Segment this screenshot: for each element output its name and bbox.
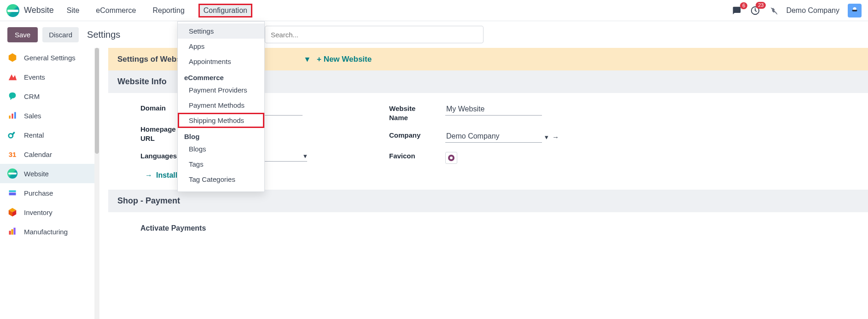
- website-dropdown-caret[interactable]: ▾: [305, 54, 309, 64]
- sidebar-item-label: Manufacturing: [24, 228, 68, 236]
- sales-icon: [7, 110, 17, 121]
- dropdown-item-tag-categories[interactable]: Tag Categories: [178, 172, 264, 187]
- sidebar-item-label: Purchase: [24, 189, 53, 197]
- nav-configuration[interactable]: Configuration: [198, 4, 252, 17]
- purchase-icon: [7, 188, 17, 198]
- app-logo-icon[interactable]: [6, 4, 19, 17]
- gear-hex-icon: [7, 52, 17, 63]
- svg-rect-2: [852, 10, 857, 12]
- dropdown-item-tags[interactable]: Tags: [178, 157, 264, 172]
- sidebar-item-label: Sales: [24, 112, 41, 120]
- svg-rect-14: [9, 231, 11, 234]
- sidebar-item-label: Inventory: [24, 209, 52, 216]
- languages-dropdown[interactable]: ▾: [303, 152, 307, 160]
- top-navbar: Website Site eCommerce Reporting Configu…: [0, 0, 868, 21]
- sidebar-item-manufacturing[interactable]: Manufacturing: [0, 222, 94, 241]
- activate-payments-heading: Activate Payments: [140, 224, 836, 232]
- sidebar-item-label: Events: [24, 73, 45, 81]
- discard-button[interactable]: Discard: [42, 27, 79, 42]
- dropdown-header-blog: Blog: [178, 128, 264, 141]
- nav-ecommerce[interactable]: eCommerce: [93, 5, 139, 17]
- arrow-right-icon: →: [145, 171, 152, 180]
- wrench-icon: [769, 6, 778, 15]
- sidebar-item-label: General Settings: [24, 54, 76, 62]
- nav-site[interactable]: Site: [64, 5, 82, 17]
- sidebar-item-label: CRM: [24, 93, 40, 100]
- sidebar-scrollbar[interactable]: [94, 48, 99, 319]
- sidebar-item-purchase[interactable]: Purchase: [0, 183, 94, 203]
- inventory-icon: [7, 207, 17, 217]
- favicon-preview[interactable]: [445, 152, 457, 164]
- label-website-name: Website Name: [389, 104, 435, 122]
- sidebar-item-rental[interactable]: Rental: [0, 125, 94, 145]
- company-selector[interactable]: Demo Company: [786, 6, 839, 15]
- calendar-icon: 31: [7, 149, 17, 159]
- svg-rect-16: [14, 228, 16, 235]
- dropdown-item-blogs[interactable]: Blogs: [178, 141, 264, 157]
- svg-rect-15: [12, 229, 13, 235]
- dropdown-item-apps[interactable]: Apps: [178, 39, 264, 54]
- new-website-button[interactable]: + New Website: [317, 55, 372, 64]
- action-bar: Save Discard Settings: [0, 21, 868, 48]
- configuration-dropdown: Settings Apps Appointments eCommerce Pay…: [177, 21, 265, 192]
- banner-label: Settings of Websit: [117, 55, 186, 64]
- sidebar-item-general-settings[interactable]: General Settings: [0, 48, 94, 67]
- label-company: Company: [389, 131, 435, 139]
- events-icon: [7, 72, 17, 82]
- activities-button[interactable]: 23: [750, 6, 760, 16]
- sidebar-item-label: Website: [24, 170, 49, 178]
- nav-reporting[interactable]: Reporting: [150, 5, 187, 17]
- dropdown-item-shipping-methods[interactable]: Shipping Methods: [178, 113, 264, 128]
- avatar-icon: [850, 6, 860, 16]
- activities-badge: 23: [756, 2, 766, 9]
- svg-marker-3: [9, 53, 17, 62]
- dropdown-item-payment-methods[interactable]: Payment Methods: [178, 98, 264, 113]
- svg-rect-5: [12, 114, 13, 119]
- sidebar-item-label: Calendar: [24, 151, 52, 158]
- settings-sidebar: General Settings Events CRM Sales Rental…: [0, 48, 94, 319]
- sidebar-item-events[interactable]: Events: [0, 67, 94, 87]
- sidebar-item-crm[interactable]: CRM: [0, 87, 94, 106]
- save-button[interactable]: Save: [7, 27, 38, 42]
- input-company[interactable]: Demo Company: [445, 131, 542, 143]
- page-title: Settings: [87, 29, 120, 40]
- dropdown-item-settings[interactable]: Settings: [178, 23, 264, 39]
- input-website-name[interactable]: [445, 104, 542, 116]
- company-dropdown-caret[interactable]: ▾: [545, 133, 548, 141]
- sidebar-item-label: Rental: [24, 131, 44, 139]
- messages-badge: 6: [740, 2, 747, 9]
- section-shop-payment: Shop - Payment: [108, 190, 868, 212]
- label-favicon: Favicon: [389, 152, 435, 160]
- svg-rect-10: [9, 192, 16, 195]
- sidebar-item-calendar[interactable]: 31 Calendar: [0, 145, 94, 164]
- crm-icon: [7, 91, 17, 101]
- app-title[interactable]: Website: [24, 6, 54, 15]
- rental-icon: [7, 130, 17, 140]
- search-input[interactable]: [265, 26, 484, 43]
- sidebar-item-inventory[interactable]: Inventory: [0, 203, 94, 222]
- user-avatar[interactable]: [848, 4, 862, 17]
- messages-button[interactable]: 6: [732, 6, 742, 15]
- svg-rect-9: [9, 191, 16, 192]
- website-icon: [7, 168, 17, 179]
- company-external-link[interactable]: →: [552, 133, 559, 141]
- dropdown-item-payment-providers[interactable]: Payment Providers: [178, 82, 264, 98]
- sidebar-item-website[interactable]: Website: [0, 164, 94, 183]
- tools-button[interactable]: [769, 6, 778, 15]
- dropdown-item-appointments[interactable]: Appointments: [178, 54, 264, 69]
- sidebar-item-sales[interactable]: Sales: [0, 106, 94, 125]
- dropdown-header-ecommerce: eCommerce: [178, 69, 264, 82]
- favicon-icon: [448, 155, 454, 161]
- svg-rect-4: [9, 116, 11, 119]
- manufacturing-icon: [7, 226, 17, 237]
- svg-rect-6: [14, 112, 16, 119]
